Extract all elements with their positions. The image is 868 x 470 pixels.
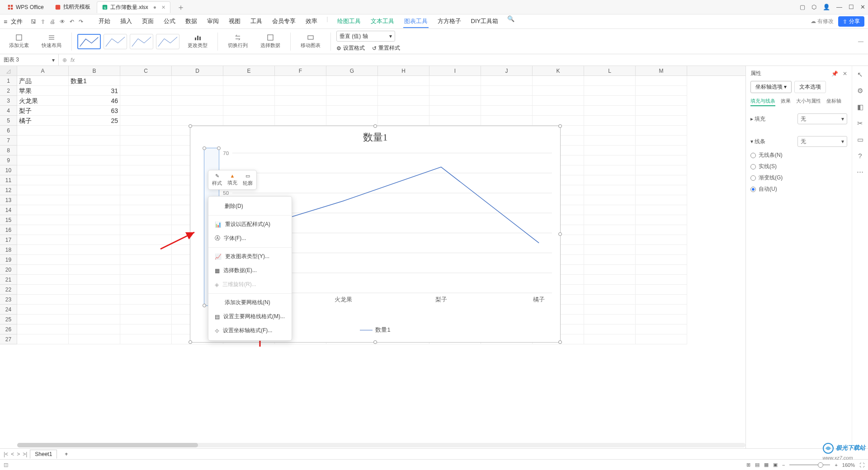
cell[interactable] xyxy=(275,86,326,96)
cell[interactable] xyxy=(636,126,687,136)
radio-gradient-line[interactable]: 渐变线(G) xyxy=(750,172,847,183)
cell[interactable] xyxy=(120,324,172,334)
cell[interactable] xyxy=(636,305,687,315)
cell[interactable] xyxy=(120,305,172,315)
cell[interactable]: 25 xyxy=(69,116,120,126)
rail-more-icon[interactable]: ⋯ xyxy=(857,168,863,176)
cm-reset-style[interactable]: 📊重设以匹配样式(A) xyxy=(208,217,292,231)
cell[interactable] xyxy=(584,255,636,265)
cell[interactable] xyxy=(120,275,172,285)
cell[interactable] xyxy=(481,76,533,86)
template-tab[interactable]: 找稻壳模板 xyxy=(50,1,95,13)
chart-style-1[interactable] xyxy=(77,34,101,49)
row-header[interactable]: 10 xyxy=(0,165,17,175)
tab-insert[interactable]: 插入 xyxy=(119,15,133,28)
cell[interactable] xyxy=(429,86,481,96)
new-tab-button[interactable]: ＋ xyxy=(172,1,189,13)
row-header[interactable]: 18 xyxy=(0,245,17,255)
cell[interactable] xyxy=(636,195,687,205)
col-M[interactable]: M xyxy=(636,66,687,75)
cell[interactable] xyxy=(533,86,584,96)
cell[interactable] xyxy=(69,126,120,136)
export-icon[interactable]: ⇪ xyxy=(41,19,45,25)
row-header[interactable]: 21 xyxy=(0,275,17,285)
cell[interactable] xyxy=(636,235,687,245)
cell[interactable] xyxy=(636,136,687,146)
tab-formula[interactable]: 公式 xyxy=(163,15,176,28)
cell[interactable] xyxy=(481,96,533,106)
cell[interactable] xyxy=(636,165,687,175)
horizontal-scrollbar[interactable] xyxy=(17,442,745,448)
col-G[interactable]: G xyxy=(326,66,378,75)
tab-tools[interactable]: 工具 xyxy=(250,15,263,28)
cell[interactable] xyxy=(120,255,172,265)
cell[interactable] xyxy=(584,285,636,295)
cell[interactable] xyxy=(17,265,69,275)
close-window-icon[interactable]: ✕ xyxy=(860,4,865,10)
subtab-fill-line[interactable]: 填充与线条 xyxy=(750,98,775,106)
cell[interactable] xyxy=(120,175,172,185)
view-page-icon[interactable]: ▦ xyxy=(764,462,769,468)
row-header[interactable]: 14 xyxy=(0,205,17,215)
mini-style-button[interactable]: ✎样式 xyxy=(212,173,222,187)
cell[interactable] xyxy=(636,175,687,185)
cell[interactable] xyxy=(172,86,223,96)
cell[interactable] xyxy=(636,315,687,324)
cell[interactable] xyxy=(17,215,69,225)
row-header[interactable]: 27 xyxy=(0,334,17,344)
cell[interactable] xyxy=(120,116,172,126)
cell[interactable] xyxy=(120,185,172,195)
cell[interactable] xyxy=(533,96,584,106)
tab-ffgz[interactable]: 方方格子 xyxy=(437,15,462,28)
cell[interactable] xyxy=(584,225,636,235)
cell[interactable] xyxy=(481,86,533,96)
row-header[interactable]: 1 xyxy=(0,76,17,86)
cell[interactable]: 31 xyxy=(69,86,120,96)
cell[interactable] xyxy=(69,285,120,295)
zoom-out-icon[interactable]: − xyxy=(782,462,785,468)
zoom-in-icon[interactable]: + xyxy=(835,462,837,468)
row-header[interactable]: 19 xyxy=(0,255,17,265)
cell[interactable] xyxy=(584,275,636,285)
tab-data[interactable]: 数据 xyxy=(184,15,198,28)
cell[interactable] xyxy=(636,255,687,265)
cell[interactable] xyxy=(326,96,378,106)
cell[interactable] xyxy=(584,305,636,315)
cell[interactable] xyxy=(17,195,69,205)
cell[interactable] xyxy=(69,205,120,215)
cell[interactable] xyxy=(120,195,172,205)
cell[interactable] xyxy=(120,315,172,324)
cell[interactable] xyxy=(584,76,636,86)
rail-page-icon[interactable]: ▭ xyxy=(857,136,863,144)
cell[interactable] xyxy=(636,155,687,165)
cell[interactable] xyxy=(17,245,69,255)
cell[interactable] xyxy=(69,185,120,195)
cell[interactable] xyxy=(120,76,172,86)
add-sheet-button[interactable]: + xyxy=(60,450,73,459)
status-left-icon[interactable]: ◫ xyxy=(4,462,8,468)
row-header[interactable]: 11 xyxy=(0,175,17,185)
cell[interactable] xyxy=(481,106,533,116)
axis-selector-combo[interactable]: 垂直 (值) 轴▾ xyxy=(336,31,395,42)
cell[interactable] xyxy=(120,205,172,215)
tab-efficiency[interactable]: 效率 xyxy=(305,15,318,28)
cm-major-grid-format[interactable]: ▤设置主要网格线格式(M)... xyxy=(208,310,292,324)
tab-diy[interactable]: DIY工具箱 xyxy=(470,15,500,28)
rail-clip-icon[interactable]: ✂ xyxy=(857,119,863,127)
cell[interactable] xyxy=(69,255,120,265)
cell[interactable] xyxy=(636,285,687,295)
cell[interactable] xyxy=(17,136,69,146)
chart-title[interactable]: 数量1 xyxy=(190,131,560,144)
row-header[interactable]: 7 xyxy=(0,136,17,146)
row-header[interactable]: 12 xyxy=(0,185,17,195)
row-header[interactable]: 22 xyxy=(0,285,17,295)
sheet-first-icon[interactable]: |< xyxy=(4,451,8,457)
change-type-button[interactable]: 更改类型 xyxy=(183,34,212,49)
row-header[interactable]: 24 xyxy=(0,305,17,315)
cell[interactable] xyxy=(584,116,636,126)
cell[interactable] xyxy=(223,76,275,86)
cell[interactable] xyxy=(69,146,120,155)
cell[interactable] xyxy=(172,116,223,126)
cm-delete[interactable]: 删除(D) xyxy=(208,199,292,213)
cell[interactable]: 橘子 xyxy=(17,116,69,126)
